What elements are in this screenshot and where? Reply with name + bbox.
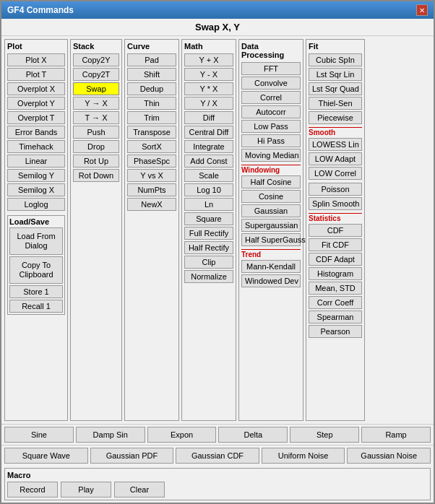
ramp-btn[interactable]: Ramp [361, 427, 431, 443]
diff-btn[interactable]: Diff [184, 111, 233, 124]
t-x-btn[interactable]: T → X [73, 111, 119, 124]
log10-btn[interactable]: Log 10 [184, 183, 233, 196]
scale-btn[interactable]: Scale [184, 169, 233, 182]
low-adapt-btn[interactable]: LOW Adapt [309, 152, 362, 165]
fft-btn[interactable]: FFT [241, 62, 301, 75]
signal-row-1: Sine Damp Sin Expon Delta Step Ramp [1, 424, 434, 445]
low-correl-btn[interactable]: LOW Correl [309, 167, 362, 180]
semilog-x-btn[interactable]: Semilog X [7, 183, 65, 196]
cdf-btn[interactable]: CDF [309, 224, 362, 237]
recall-1-btn[interactable]: Recall 1 [9, 300, 63, 313]
cubic-spln-btn[interactable]: Cubic SpIn [309, 53, 362, 66]
store-1-btn[interactable]: Store 1 [9, 285, 63, 298]
fit-cdf-btn[interactable]: Fit CDF [309, 238, 362, 251]
poisson-btn[interactable]: Poisson [309, 183, 362, 196]
correl-btn[interactable]: Correl [241, 91, 301, 104]
overplot-y-btn[interactable]: Overplot Y [7, 97, 65, 110]
cdf-adapt-btn[interactable]: CDF Adapt [309, 253, 362, 266]
half-supergauss-btn[interactable]: Half SuperGauss [241, 233, 301, 246]
piecewise-btn[interactable]: Piecewise [309, 111, 362, 124]
shift-btn[interactable]: Shift [127, 68, 176, 81]
y-minus-x-btn[interactable]: Y - X [184, 68, 233, 81]
step-btn[interactable]: Step [290, 427, 359, 443]
windowed-dev-btn[interactable]: Windowed Dev [241, 274, 301, 287]
sine-btn[interactable]: Sine [4, 427, 74, 443]
thiel-sen-btn[interactable]: Thiel-Sen [309, 97, 362, 110]
y-div-x-btn[interactable]: Y / X [184, 97, 233, 110]
newx-btn[interactable]: NewX [127, 198, 176, 211]
numpts-btn[interactable]: NumPts [127, 183, 176, 196]
integrate-btn[interactable]: Integrate [184, 140, 233, 153]
square-wave-btn[interactable]: Square Wave [4, 448, 88, 464]
histogram-btn[interactable]: Histogram [309, 267, 362, 280]
load-from-dialog-btn[interactable]: Load From Dialog [9, 227, 63, 255]
trim-btn[interactable]: Trim [127, 111, 176, 124]
loadsave-title: Load/Save [9, 217, 63, 226]
copy2y-btn[interactable]: Copy2Y [73, 53, 119, 66]
semilog-y-btn[interactable]: Semilog Y [7, 169, 65, 182]
delta-btn[interactable]: Delta [218, 427, 288, 443]
ln-btn[interactable]: Ln [184, 198, 233, 211]
normalize-btn[interactable]: Normalize [184, 270, 233, 283]
moving-median-btn[interactable]: Moving Median [241, 149, 301, 162]
pearson-btn[interactable]: Pearson [309, 325, 362, 338]
lst-sqr-quad-btn[interactable]: Lst Sqr Quad [309, 82, 362, 95]
overplot-t-btn[interactable]: Overplot T [7, 111, 65, 124]
clear-btn[interactable]: Clear [114, 482, 165, 498]
pad-btn[interactable]: Pad [127, 53, 176, 66]
y-times-x-btn[interactable]: Y * X [184, 82, 233, 95]
swap-btn[interactable]: Swap [73, 82, 119, 95]
y-plus-x-btn[interactable]: Y + X [184, 53, 233, 66]
plot-x-btn[interactable]: Plot X [7, 53, 65, 66]
loglog-btn[interactable]: Loglog [7, 198, 65, 211]
cosine-btn[interactable]: Cosine [241, 190, 301, 203]
low-pass-btn[interactable]: Low Pass [241, 120, 301, 133]
lst-sqr-lin-btn[interactable]: Lst Sqr Lin [309, 68, 362, 81]
plot-t-btn[interactable]: Plot T [7, 68, 65, 81]
drop-btn[interactable]: Drop [73, 140, 119, 153]
y-vs-x-btn[interactable]: Y vs X [127, 169, 176, 182]
mann-kendall-btn[interactable]: Mann-Kendall [241, 260, 301, 273]
record-btn[interactable]: Record [7, 482, 58, 498]
thin-btn[interactable]: Thin [127, 97, 176, 110]
central-diff-btn[interactable]: Central Diff [184, 126, 233, 139]
gaussian-btn[interactable]: Gaussian [241, 204, 301, 217]
hi-pass-btn[interactable]: Hi Pass [241, 134, 301, 147]
expon-btn[interactable]: Expon [147, 427, 217, 443]
rot-up-btn[interactable]: Rot Up [73, 155, 119, 168]
full-rectify-btn[interactable]: Full Rectify [184, 227, 233, 240]
gaussian-pdf-btn[interactable]: Gaussian PDF [90, 448, 174, 464]
overplot-x-btn[interactable]: Overplot X [7, 82, 65, 95]
phasespc-btn[interactable]: PhaseSpc [127, 155, 176, 168]
copy2t-btn[interactable]: Copy2T [73, 68, 119, 81]
half-rectify-btn[interactable]: Half Rectify [184, 241, 233, 254]
splin-smooth-btn[interactable]: Splin Smooth [309, 197, 362, 210]
close-button[interactable]: ✕ [416, 4, 428, 16]
error-bands-btn[interactable]: Error Bands [7, 126, 65, 139]
dedup-btn[interactable]: Dedup [127, 82, 176, 95]
rot-down-btn[interactable]: Rot Down [73, 169, 119, 182]
play-btn[interactable]: Play [61, 482, 111, 498]
timehack-btn[interactable]: Timehack [7, 140, 65, 153]
sortx-btn[interactable]: SortX [127, 140, 176, 153]
spearman-btn[interactable]: Spearman [309, 310, 362, 323]
mean-std-btn[interactable]: Mean, STD [309, 282, 362, 295]
damp-sin-btn[interactable]: Damp Sin [76, 427, 145, 443]
supergaussian-btn[interactable]: Supergaussian [241, 219, 301, 232]
autocorr-btn[interactable]: Autocorr [241, 105, 301, 118]
clip-btn[interactable]: Clip [184, 256, 233, 269]
lowess-lin-btn[interactable]: LOWESS Lin [309, 138, 362, 151]
half-cosine-btn[interactable]: Half Cosine [241, 175, 301, 188]
push-btn[interactable]: Push [73, 126, 119, 139]
y-x-btn[interactable]: Y → X [73, 97, 119, 110]
linear-btn[interactable]: Linear [7, 155, 65, 168]
convolve-btn[interactable]: Convolve [241, 77, 301, 90]
square-btn[interactable]: Square [184, 212, 233, 225]
uniform-noise-btn[interactable]: Uniform Noise [262, 448, 345, 464]
gaussian-cdf-btn[interactable]: Gaussian CDF [176, 448, 259, 464]
corr-coeff-btn[interactable]: Corr Coeff [309, 296, 362, 309]
copy-to-clipboard-btn[interactable]: Copy To Clipboard [9, 256, 63, 284]
gaussian-noise-btn[interactable]: Gaussian Noise [347, 448, 431, 464]
add-const-btn[interactable]: Add Const [184, 155, 233, 168]
transpose-btn[interactable]: Transpose [127, 126, 176, 139]
